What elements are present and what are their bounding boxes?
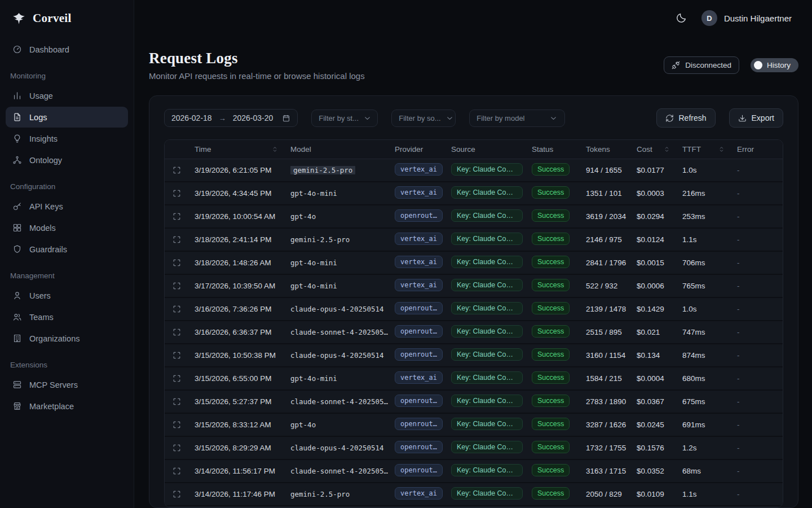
expand-row-button[interactable] [165, 212, 188, 221]
expand-row-button[interactable] [165, 166, 188, 174]
sidebar-item-guardrails[interactable]: Guardrails [6, 239, 128, 260]
cell-model: claude-sonnet-4-202505… [284, 467, 389, 475]
ttft-value: 253ms [682, 212, 705, 221]
cell-ttft: 874ms [676, 351, 731, 360]
ttft-value: 1.2s [682, 444, 697, 452]
model-value: gemini-2.5-pro [290, 166, 355, 174]
provider-badge: openrouter [395, 302, 443, 314]
model-value: gemini-2.5-pro [290, 490, 350, 498]
expand-row-button[interactable] [165, 397, 188, 406]
avatar: D [701, 10, 717, 26]
table-row[interactable]: 3/18/2026, 2:41:14 PMgemini-2.5-proverte… [165, 229, 783, 252]
expand-row-button[interactable] [165, 444, 188, 452]
table-row[interactable]: 3/17/2026, 10:39:50 AMgpt-4o-minivertex_… [165, 275, 783, 298]
cell-ttft: 680ms [676, 374, 731, 383]
main-area: D Dustin Hilgaertner Request Logs Monito… [134, 0, 812, 508]
table-row[interactable]: 3/15/2026, 8:29:29 AMclaude-opus-4-20250… [165, 437, 783, 460]
status-filter-select[interactable]: Filter by st... [311, 110, 378, 127]
table-row[interactable]: 3/15/2026, 10:50:38 PMclaude-opus-4-2025… [165, 344, 783, 367]
table-row[interactable]: 3/14/2026, 11:56:17 PMclaude-sonnet-4-20… [165, 460, 783, 483]
download-icon [738, 114, 747, 122]
model-filter-placeholder: Filter by model [476, 114, 524, 122]
cost-value: $0.1429 [637, 305, 664, 313]
sidebar-item-usage[interactable]: Usage [6, 85, 128, 106]
sidebar-item-organizations[interactable]: Organizations [6, 328, 128, 349]
maximize-icon [173, 235, 181, 244]
model-filter-select[interactable]: Filter by model [469, 110, 565, 127]
table-row[interactable]: 3/14/2026, 11:17:46 PMgemini-2.5-provert… [165, 483, 783, 506]
table-row[interactable]: 3/19/2026, 6:21:05 PMgemini-2.5-proverte… [165, 159, 783, 182]
brand-header[interactable]: Corveil [0, 0, 134, 33]
user-icon [12, 291, 22, 300]
source-filter-select[interactable]: Filter by so... [391, 110, 456, 127]
table-row[interactable]: 3/15/2026, 8:33:12 AMgpt-4oopenrouterKey… [165, 414, 783, 437]
sidebar-item-insights[interactable]: Insights [6, 128, 128, 149]
cell-time: 3/16/2026, 6:36:37 PM [188, 328, 284, 336]
user-menu[interactable]: D Dustin Hilgaertner [701, 10, 792, 26]
table-row[interactable]: 3/15/2026, 6:55:00 PMgpt-4o-minivertex_a… [165, 367, 783, 391]
provider-badge: vertex_ai [395, 256, 443, 268]
table-row[interactable]: 3/16/2026, 6:36:37 PMclaude-sonnet-4-202… [165, 321, 783, 344]
table-row[interactable]: 3/15/2026, 5:27:37 PMclaude-sonnet-4-202… [165, 391, 783, 414]
ttft-value: 874ms [682, 351, 705, 360]
sidebar-item-teams[interactable]: Teams [6, 306, 128, 327]
status-filter-placeholder: Filter by st... [319, 114, 359, 122]
cell-time: 3/18/2026, 1:48:26 AM [188, 259, 284, 267]
export-button[interactable]: Export [729, 108, 783, 128]
cell-model: gpt-4o-mini [284, 282, 389, 290]
cell-tokens: 2841 / 1796 [580, 259, 630, 267]
refresh-button[interactable]: Refresh [656, 108, 716, 128]
expand-row-button[interactable] [165, 351, 188, 360]
sidebar-item-marketplace[interactable]: Marketplace [6, 396, 128, 417]
history-toggle[interactable]: History [751, 58, 798, 72]
sidebar-item-dashboard[interactable]: Dashboard [6, 39, 128, 60]
cost-value: $0.0004 [637, 374, 664, 383]
status-badge: Success [532, 487, 570, 500]
cell-error: - [731, 305, 783, 313]
expand-row-button[interactable] [165, 490, 188, 498]
expand-row-button[interactable] [165, 189, 188, 198]
connection-status-button[interactable]: Disconnected [664, 56, 739, 74]
status-badge: Success [532, 348, 570, 361]
sidebar-item-mcp-servers[interactable]: MCP Servers [6, 374, 128, 395]
theme-toggle-button[interactable] [673, 10, 689, 26]
cell-model: claude-opus-4-20250514 [284, 444, 389, 452]
table-row[interactable]: 3/16/2026, 7:36:26 PMclaude-opus-4-20250… [165, 298, 783, 321]
cell-time: 3/17/2026, 10:39:50 AM [188, 282, 284, 290]
expand-row-button[interactable] [165, 235, 188, 244]
cell-error: - [731, 374, 783, 383]
cell-error: - [731, 351, 783, 360]
ttft-value: 747ms [682, 328, 705, 336]
expand-row-button[interactable] [165, 374, 188, 383]
cell-ttft: 675ms [676, 397, 731, 406]
expand-row-button[interactable] [165, 282, 188, 290]
table-row[interactable] [165, 506, 783, 507]
expand-row-button[interactable] [165, 421, 188, 429]
connection-status-label: Disconnected [685, 61, 731, 69]
tokens-value: 2146 / 975 [586, 235, 622, 244]
table-row[interactable]: 3/19/2026, 10:00:54 AMgpt-4oopenrouterKe… [165, 205, 783, 229]
cell-ttft: 68ms [676, 467, 731, 475]
ttft-value: 765ms [682, 282, 705, 290]
cell-provider: openrouter [389, 464, 445, 478]
column-header-ttft[interactable]: TTFT [676, 145, 731, 154]
tokens-value: 2139 / 1478 [586, 305, 626, 313]
cell-provider: vertex_ai [389, 256, 445, 270]
source-badge: Key: Claude Code - D [451, 325, 523, 338]
sidebar-item-users[interactable]: Users [6, 285, 128, 306]
expand-row-button[interactable] [165, 328, 188, 336]
table-row[interactable]: 3/19/2026, 4:34:45 PMgpt-4o-minivertex_a… [165, 182, 783, 205]
column-header-time[interactable]: Time [188, 145, 284, 154]
sidebar-item-models[interactable]: Models [6, 217, 128, 238]
date-range-picker[interactable]: 2026-02-18 → 2026-03-20 [164, 109, 298, 127]
expand-row-button[interactable] [165, 305, 188, 313]
table-row[interactable]: 3/18/2026, 1:48:26 AMgpt-4o-minivertex_a… [165, 252, 783, 275]
sort-icon [663, 146, 670, 153]
sidebar-item-ontology[interactable]: Ontology [6, 150, 128, 170]
sidebar-item-api-keys[interactable]: API Keys [6, 196, 128, 217]
column-header-cost[interactable]: Cost [630, 145, 676, 154]
expand-row-button[interactable] [165, 259, 188, 267]
expand-row-button[interactable] [165, 467, 188, 475]
cell-cost: $0.0109 [630, 490, 676, 498]
sidebar-item-logs[interactable]: Logs [6, 107, 128, 128]
